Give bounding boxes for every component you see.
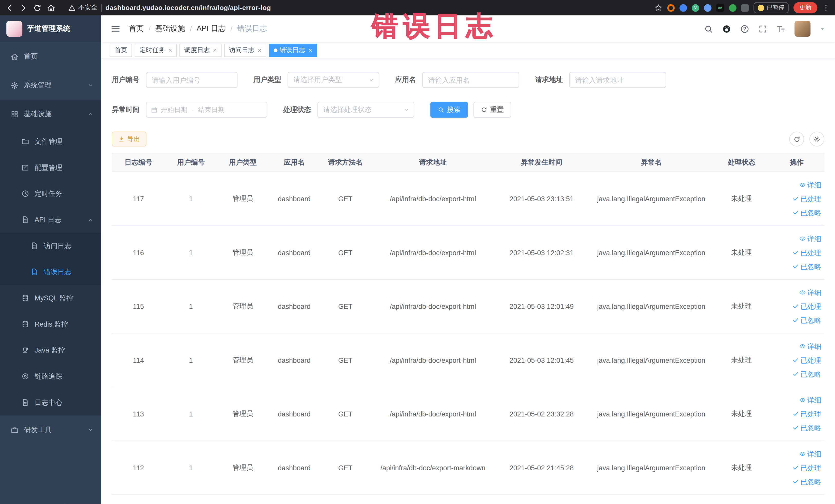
briefcase-icon <box>11 426 19 434</box>
back-icon[interactable] <box>5 3 14 12</box>
sidebar-item-java[interactable]: Java 监控 <box>0 337 101 363</box>
mark-ignored-link[interactable]: 已忽略 <box>792 260 821 273</box>
sidebar-item-trace[interactable]: 链路追踪 <box>0 363 101 389</box>
browser-menu-icon[interactable] <box>822 4 830 12</box>
detail-link[interactable]: 详细 <box>799 447 821 461</box>
tab-bar: 首页 定时任务 × 调度日志 × 访问日志 × 错误日志 × <box>101 42 835 59</box>
search-icon[interactable] <box>704 24 713 33</box>
sidebar-item-file[interactable]: 文件管理 <box>0 128 101 155</box>
sidebar-item-infra[interactable]: 基础设施 <box>0 100 101 128</box>
detail-link[interactable]: 详细 <box>799 394 821 407</box>
bookmark-star-icon[interactable] <box>655 4 663 12</box>
tab-home[interactable]: 首页 <box>109 44 132 57</box>
process-status-select[interactable]: 请选择处理状态 <box>317 102 414 118</box>
tab-job[interactable]: 定时任务 × <box>135 44 177 57</box>
breadcrumb-infra[interactable]: 基础设施 <box>155 24 185 33</box>
sidebar-item-logcenter[interactable]: 日志中心 <box>0 389 101 416</box>
mark-processed-link[interactable]: 已处理 <box>792 353 821 367</box>
sidebar-item-config[interactable]: 配置管理 <box>0 155 101 181</box>
eye-icon <box>799 397 806 403</box>
error-log-table: 日志编号 用户编号 用户类型 应用名 请求方法名 请求地址 异常发生时间 异常名… <box>112 153 824 495</box>
sidebar-item-system[interactable]: 系统管理 <box>0 71 101 100</box>
forward-icon[interactable] <box>19 3 28 12</box>
sidebar-item-devtools[interactable]: 研发工具 <box>0 416 101 444</box>
extension-icon-vue[interactable]: V <box>692 4 699 12</box>
breadcrumb-home[interactable]: 首页 <box>129 24 144 33</box>
mark-ignored-link[interactable]: 已忽略 <box>792 421 821 435</box>
mark-processed-link[interactable]: 已处理 <box>792 192 821 205</box>
tab-error-log[interactable]: 错误日志 × <box>269 44 317 57</box>
mark-ignored-link[interactable]: 已忽略 <box>792 367 821 381</box>
extension-icon-blue[interactable] <box>679 4 687 12</box>
extension-icon-on[interactable]: on <box>716 4 724 12</box>
github-icon[interactable] <box>722 24 731 33</box>
refresh-table-button[interactable] <box>789 132 804 146</box>
sidebar-item-home[interactable]: 首页 <box>0 42 101 71</box>
sidebar-item-label: 链路追踪 <box>35 371 62 381</box>
table-tools <box>789 132 824 146</box>
check-icon <box>792 303 799 309</box>
search-button[interactable]: 搜索 <box>430 102 468 118</box>
mark-ignored-link[interactable]: 已忽略 <box>792 314 821 327</box>
sidebar-item-mysql[interactable]: MySQL 监控 <box>0 285 101 311</box>
sidebar-item-access-log[interactable]: 访问日志 <box>0 233 101 259</box>
help-icon[interactable] <box>740 24 749 33</box>
extension-icon-grid[interactable] <box>704 4 712 12</box>
select-placeholder: 请选择处理状态 <box>323 105 403 115</box>
sidebar-item-label: 配置管理 <box>35 163 62 172</box>
detail-link[interactable]: 详细 <box>799 286 821 299</box>
fullscreen-icon[interactable] <box>758 24 767 33</box>
user-type-select[interactable]: 请选择用户类型 <box>287 72 379 88</box>
mark-processed-link[interactable]: 已处理 <box>792 461 821 475</box>
tab-close-icon[interactable]: × <box>168 47 172 54</box>
tab-close-icon[interactable]: × <box>308 47 312 54</box>
cell-method: GET <box>320 248 371 257</box>
user-id-input[interactable] <box>146 72 238 88</box>
detail-link[interactable]: 详细 <box>799 232 821 245</box>
request-url-input[interactable] <box>569 72 666 88</box>
breadcrumb-apilog[interactable]: API 日志 <box>197 24 226 33</box>
detail-link[interactable]: 详细 <box>799 340 821 353</box>
paused-badge[interactable]: 已暂停 <box>754 2 789 13</box>
sidebar-item-job[interactable]: 定时任务 <box>0 181 101 207</box>
mark-processed-link[interactable]: 已处理 <box>792 300 821 313</box>
export-button[interactable]: 导出 <box>112 132 147 146</box>
sidebar-item-error-log[interactable]: 错误日志 <box>0 259 101 285</box>
tab-close-icon[interactable]: × <box>258 47 262 54</box>
tab-access-log[interactable]: 访问日志 × <box>224 44 266 57</box>
cell-status: 未处理 <box>714 248 769 257</box>
browser-update-button[interactable]: 更新 <box>793 2 817 13</box>
browser-home-icon[interactable] <box>47 3 56 12</box>
caret-down-icon[interactable] <box>820 26 826 32</box>
font-size-icon[interactable] <box>776 24 786 33</box>
reset-button[interactable]: 重置 <box>473 102 511 118</box>
mark-ignored-link[interactable]: 已忽略 <box>792 206 821 219</box>
column-settings-button[interactable] <box>809 132 824 146</box>
col-app-name: 应用名 <box>269 158 320 167</box>
sidebar-item-apilog[interactable]: API 日志 <box>0 207 101 233</box>
app-name-input[interactable] <box>422 72 519 88</box>
sidebar-item-label: 首页 <box>24 52 38 61</box>
sidebar-item-label: 日志中心 <box>35 398 62 407</box>
sidebar-item-redis[interactable]: Redis 监控 <box>0 311 101 337</box>
extension-icon-green[interactable] <box>729 4 736 12</box>
mark-ignored-link[interactable]: 已忽略 <box>792 475 821 488</box>
security-label[interactable]: 不安全 <box>68 3 98 12</box>
hamburger-icon[interactable] <box>111 24 120 33</box>
detail-link-label: 详细 <box>807 286 821 299</box>
address-bar[interactable]: 不安全 dashboard.yudao.iocoder.cn/infra/log… <box>63 2 647 14</box>
cell-status: 未处理 <box>714 409 769 419</box>
date-range-picker[interactable]: 开始日期 - 结束日期 <box>146 102 267 118</box>
mark-processed-link[interactable]: 已处理 <box>792 407 821 421</box>
extension-icon-orange[interactable] <box>667 4 675 12</box>
tab-job-log[interactable]: 调度日志 × <box>179 44 222 57</box>
mark-processed-link[interactable]: 已处理 <box>792 246 821 259</box>
extension-icon-dark[interactable] <box>741 4 749 12</box>
detail-link[interactable]: 详细 <box>799 178 821 191</box>
avatar[interactable] <box>794 21 810 37</box>
tab-close-icon[interactable]: × <box>213 47 217 54</box>
table-row: 115 1 管理员 dashboard GET /api/infra/db-do… <box>112 280 824 334</box>
filter-label: 用户类型 <box>253 75 281 85</box>
reload-icon[interactable] <box>33 3 42 12</box>
filter-label: 应用名 <box>395 75 416 85</box>
